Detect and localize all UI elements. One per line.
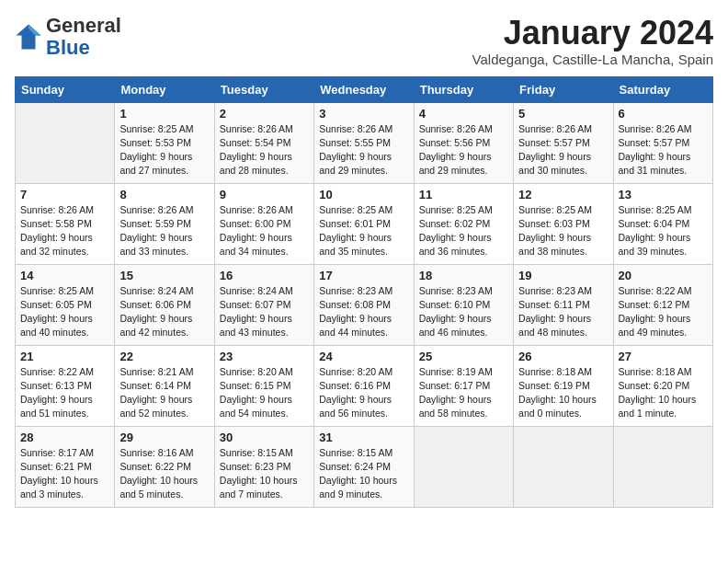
day-number: 9 <box>220 188 309 201</box>
day-info: Sunrise: 8:26 AM Sunset: 5:56 PM Dayligh… <box>419 122 508 178</box>
day-header-wednesday: Wednesday <box>314 76 414 102</box>
calendar-cell: 7Sunrise: 8:26 AM Sunset: 5:58 PM Daylig… <box>16 183 115 264</box>
day-info: Sunrise: 8:18 AM Sunset: 6:20 PM Dayligh… <box>619 365 708 421</box>
calendar-cell: 17Sunrise: 8:23 AM Sunset: 6:08 PM Dayli… <box>314 264 414 345</box>
day-number: 24 <box>319 350 408 363</box>
day-info: Sunrise: 8:26 AM Sunset: 5:55 PM Dayligh… <box>319 122 408 178</box>
day-number: 17 <box>319 269 408 282</box>
day-info: Sunrise: 8:25 AM Sunset: 6:01 PM Dayligh… <box>319 203 408 259</box>
logo: General Blue <box>15 15 121 59</box>
day-info: Sunrise: 8:15 AM Sunset: 6:24 PM Dayligh… <box>319 446 408 502</box>
day-info: Sunrise: 8:26 AM Sunset: 5:54 PM Dayligh… <box>220 122 309 178</box>
day-number: 30 <box>220 431 309 444</box>
day-header-monday: Monday <box>115 76 214 102</box>
calendar-cell: 24Sunrise: 8:20 AM Sunset: 6:16 PM Dayli… <box>314 345 414 426</box>
calendar-cell: 29Sunrise: 8:16 AM Sunset: 6:22 PM Dayli… <box>115 426 214 507</box>
day-info: Sunrise: 8:25 AM Sunset: 6:02 PM Dayligh… <box>419 203 508 259</box>
day-info: Sunrise: 8:17 AM Sunset: 6:21 PM Dayligh… <box>20 446 109 502</box>
day-number: 20 <box>619 269 708 282</box>
day-header-friday: Friday <box>514 76 613 102</box>
calendar-cell: 14Sunrise: 8:25 AM Sunset: 6:05 PM Dayli… <box>16 264 115 345</box>
day-info: Sunrise: 8:26 AM Sunset: 5:58 PM Dayligh… <box>20 203 109 259</box>
calendar-cell: 11Sunrise: 8:25 AM Sunset: 6:02 PM Dayli… <box>414 183 513 264</box>
calendar-cell: 13Sunrise: 8:25 AM Sunset: 6:04 PM Dayli… <box>613 183 712 264</box>
calendar-cell: 16Sunrise: 8:24 AM Sunset: 6:07 PM Dayli… <box>214 264 313 345</box>
day-info: Sunrise: 8:20 AM Sunset: 6:16 PM Dayligh… <box>319 365 408 421</box>
day-number: 1 <box>119 107 209 121</box>
calendar-cell <box>16 102 115 183</box>
calendar-cell: 1Sunrise: 8:25 AM Sunset: 5:53 PM Daylig… <box>115 102 214 183</box>
calendar-cell: 28Sunrise: 8:17 AM Sunset: 6:21 PM Dayli… <box>16 426 115 507</box>
calendar-cell: 21Sunrise: 8:22 AM Sunset: 6:13 PM Dayli… <box>16 345 115 426</box>
logo-icon <box>15 23 42 51</box>
day-info: Sunrise: 8:25 AM Sunset: 6:03 PM Dayligh… <box>518 203 608 259</box>
day-info: Sunrise: 8:22 AM Sunset: 6:13 PM Dayligh… <box>20 365 109 421</box>
calendar-subtitle: Valdeganga, Castille-La Mancha, Spain <box>472 52 713 67</box>
day-number: 2 <box>220 107 309 121</box>
calendar-cell: 19Sunrise: 8:23 AM Sunset: 6:11 PM Dayli… <box>514 264 613 345</box>
day-number: 8 <box>119 188 209 201</box>
day-number: 5 <box>518 107 608 121</box>
day-info: Sunrise: 8:21 AM Sunset: 6:14 PM Dayligh… <box>119 365 209 421</box>
calendar-cell: 3Sunrise: 8:26 AM Sunset: 5:55 PM Daylig… <box>314 102 414 183</box>
day-info: Sunrise: 8:22 AM Sunset: 6:12 PM Dayligh… <box>619 284 708 340</box>
calendar-cell <box>414 426 513 507</box>
day-info: Sunrise: 8:18 AM Sunset: 6:19 PM Dayligh… <box>518 365 608 421</box>
calendar-cell: 25Sunrise: 8:19 AM Sunset: 6:17 PM Dayli… <box>414 345 513 426</box>
day-number: 26 <box>518 350 608 363</box>
day-info: Sunrise: 8:26 AM Sunset: 5:57 PM Dayligh… <box>518 122 608 178</box>
day-info: Sunrise: 8:23 AM Sunset: 6:10 PM Dayligh… <box>419 284 508 340</box>
day-info: Sunrise: 8:19 AM Sunset: 6:17 PM Dayligh… <box>419 365 508 421</box>
calendar-cell: 4Sunrise: 8:26 AM Sunset: 5:56 PM Daylig… <box>414 102 513 183</box>
calendar-cell: 23Sunrise: 8:20 AM Sunset: 6:15 PM Dayli… <box>214 345 313 426</box>
day-info: Sunrise: 8:24 AM Sunset: 6:06 PM Dayligh… <box>119 284 209 340</box>
day-number: 12 <box>518 188 608 201</box>
day-number: 27 <box>619 350 708 363</box>
calendar-cell: 5Sunrise: 8:26 AM Sunset: 5:57 PM Daylig… <box>514 102 613 183</box>
calendar-cell: 12Sunrise: 8:25 AM Sunset: 6:03 PM Dayli… <box>514 183 613 264</box>
day-number: 3 <box>319 107 408 121</box>
day-info: Sunrise: 8:16 AM Sunset: 6:22 PM Dayligh… <box>119 446 209 502</box>
calendar-cell: 20Sunrise: 8:22 AM Sunset: 6:12 PM Dayli… <box>613 264 712 345</box>
calendar-cell <box>514 426 613 507</box>
day-number: 29 <box>119 431 209 444</box>
logo-text: General Blue <box>46 15 121 59</box>
calendar-cell <box>613 426 712 507</box>
calendar-table: SundayMondayTuesdayWednesdayThursdayFrid… <box>15 76 713 508</box>
day-header-tuesday: Tuesday <box>214 76 313 102</box>
day-number: 15 <box>119 269 209 282</box>
day-info: Sunrise: 8:25 AM Sunset: 6:04 PM Dayligh… <box>619 203 708 259</box>
calendar-cell: 18Sunrise: 8:23 AM Sunset: 6:10 PM Dayli… <box>414 264 513 345</box>
calendar-title: January 2024 <box>472 15 713 52</box>
day-info: Sunrise: 8:20 AM Sunset: 6:15 PM Dayligh… <box>220 365 309 421</box>
day-info: Sunrise: 8:25 AM Sunset: 6:05 PM Dayligh… <box>20 284 109 340</box>
day-number: 16 <box>220 269 309 282</box>
calendar-cell: 22Sunrise: 8:21 AM Sunset: 6:14 PM Dayli… <box>115 345 214 426</box>
day-info: Sunrise: 8:15 AM Sunset: 6:23 PM Dayligh… <box>220 446 309 502</box>
day-header-saturday: Saturday <box>613 76 712 102</box>
day-number: 7 <box>20 188 109 201</box>
day-number: 23 <box>220 350 309 363</box>
day-number: 31 <box>319 431 408 444</box>
day-number: 11 <box>419 188 508 201</box>
day-info: Sunrise: 8:26 AM Sunset: 6:00 PM Dayligh… <box>220 203 309 259</box>
day-number: 13 <box>619 188 708 201</box>
day-info: Sunrise: 8:26 AM Sunset: 5:57 PM Dayligh… <box>619 122 708 178</box>
calendar-cell: 9Sunrise: 8:26 AM Sunset: 6:00 PM Daylig… <box>214 183 313 264</box>
calendar-cell: 8Sunrise: 8:26 AM Sunset: 5:59 PM Daylig… <box>115 183 214 264</box>
day-number: 10 <box>319 188 408 201</box>
day-header-sunday: Sunday <box>16 76 115 102</box>
calendar-cell: 30Sunrise: 8:15 AM Sunset: 6:23 PM Dayli… <box>214 426 313 507</box>
day-number: 28 <box>20 431 109 444</box>
calendar-cell: 26Sunrise: 8:18 AM Sunset: 6:19 PM Dayli… <box>514 345 613 426</box>
page-header: General Blue January 2024 Valdeganga, Ca… <box>15 15 713 67</box>
calendar-cell: 2Sunrise: 8:26 AM Sunset: 5:54 PM Daylig… <box>214 102 313 183</box>
day-number: 22 <box>119 350 209 363</box>
day-info: Sunrise: 8:24 AM Sunset: 6:07 PM Dayligh… <box>220 284 309 340</box>
calendar-cell: 31Sunrise: 8:15 AM Sunset: 6:24 PM Dayli… <box>314 426 414 507</box>
day-number: 18 <box>419 269 508 282</box>
day-number: 19 <box>518 269 608 282</box>
day-number: 25 <box>419 350 508 363</box>
day-info: Sunrise: 8:26 AM Sunset: 5:59 PM Dayligh… <box>119 203 209 259</box>
day-number: 21 <box>20 350 109 363</box>
